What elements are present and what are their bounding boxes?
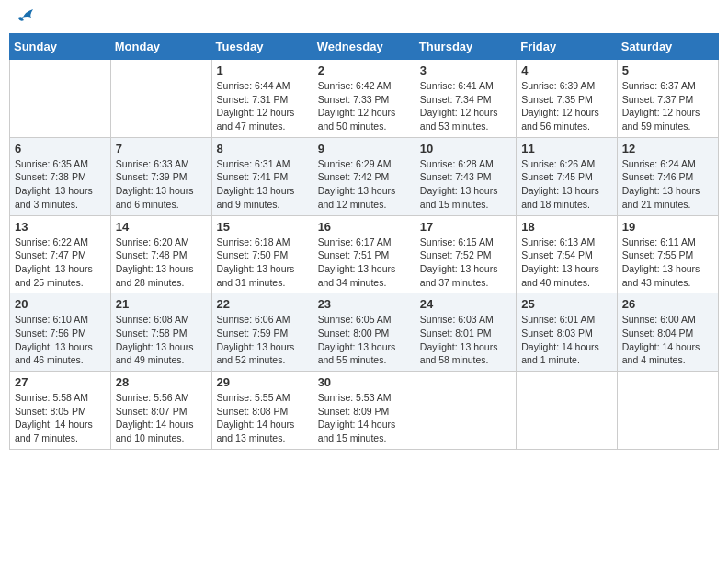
calendar-cell: 15 Sunrise: 6:18 AM Sunset: 7:50 PM Dayl… bbox=[211, 215, 313, 293]
sunrise-text: Sunrise: 6:13 AM bbox=[521, 236, 595, 247]
logo bbox=[13, 9, 35, 26]
daylight-text: Daylight: 14 hours and 13 minutes. bbox=[217, 419, 295, 443]
calendar-cell: 4 Sunrise: 6:39 AM Sunset: 7:35 PM Dayli… bbox=[517, 60, 618, 138]
day-number: 4 bbox=[521, 63, 612, 77]
sunrise-text: Sunrise: 6:37 AM bbox=[622, 80, 696, 91]
cell-details: Sunrise: 6:35 AM Sunset: 7:38 PM Dayligh… bbox=[15, 157, 106, 212]
calendar-cell: 24 Sunrise: 6:03 AM Sunset: 8:01 PM Dayl… bbox=[415, 293, 516, 372]
calendar-cell bbox=[517, 372, 618, 450]
day-number: 8 bbox=[217, 142, 308, 155]
sunset-text: Sunset: 8:03 PM bbox=[521, 327, 593, 339]
sunset-text: Sunset: 7:48 PM bbox=[116, 249, 188, 260]
daylight-text: Daylight: 13 hours and 49 minutes. bbox=[116, 341, 194, 366]
sunset-text: Sunset: 7:55 PM bbox=[622, 249, 694, 260]
calendar-cell: 7 Sunrise: 6:33 AM Sunset: 7:39 PM Dayli… bbox=[110, 137, 211, 215]
page-header bbox=[9, 9, 719, 26]
calendar-cell: 29 Sunrise: 5:55 AM Sunset: 8:08 PM Dayl… bbox=[211, 372, 313, 450]
daylight-text: Daylight: 14 hours and 1 minute. bbox=[521, 341, 599, 366]
day-number: 11 bbox=[521, 142, 612, 155]
day-number: 10 bbox=[420, 142, 511, 155]
calendar-cell: 18 Sunrise: 6:13 AM Sunset: 7:54 PM Dayl… bbox=[517, 215, 618, 293]
calendar-cell: 26 Sunrise: 6:00 AM Sunset: 8:04 PM Dayl… bbox=[617, 293, 718, 372]
calendar-week-row: 6 Sunrise: 6:35 AM Sunset: 7:38 PM Dayli… bbox=[10, 137, 719, 215]
day-number: 15 bbox=[217, 220, 308, 234]
cell-details: Sunrise: 6:28 AM Sunset: 7:43 PM Dayligh… bbox=[420, 157, 511, 212]
calendar-cell: 10 Sunrise: 6:28 AM Sunset: 7:43 PM Dayl… bbox=[415, 137, 516, 215]
sunset-text: Sunset: 7:34 PM bbox=[420, 94, 492, 105]
cell-details: Sunrise: 6:03 AM Sunset: 8:01 PM Dayligh… bbox=[420, 313, 511, 367]
day-number: 17 bbox=[420, 220, 511, 234]
sunrise-text: Sunrise: 6:39 AM bbox=[521, 80, 595, 91]
calendar-week-row: 13 Sunrise: 6:22 AM Sunset: 7:47 PM Dayl… bbox=[10, 215, 719, 293]
daylight-text: Daylight: 14 hours and 7 minutes. bbox=[15, 419, 93, 443]
cell-details: Sunrise: 6:41 AM Sunset: 7:34 PM Dayligh… bbox=[420, 79, 511, 133]
sunrise-text: Sunrise: 6:35 AM bbox=[15, 158, 88, 169]
day-number: 30 bbox=[318, 375, 410, 389]
cell-details: Sunrise: 6:37 AM Sunset: 7:37 PM Dayligh… bbox=[622, 79, 713, 133]
calendar-cell: 12 Sunrise: 6:24 AM Sunset: 7:46 PM Dayl… bbox=[617, 137, 718, 215]
day-number: 12 bbox=[622, 142, 713, 155]
daylight-text: Daylight: 13 hours and 55 minutes. bbox=[318, 341, 396, 366]
daylight-text: Daylight: 12 hours and 47 minutes. bbox=[217, 107, 295, 132]
day-number: 19 bbox=[622, 220, 713, 234]
daylight-text: Daylight: 13 hours and 28 minutes. bbox=[116, 263, 194, 288]
calendar-cell: 16 Sunrise: 6:17 AM Sunset: 7:51 PM Dayl… bbox=[313, 215, 415, 293]
sunset-text: Sunset: 7:43 PM bbox=[420, 171, 492, 182]
cell-details: Sunrise: 6:11 AM Sunset: 7:55 PM Dayligh… bbox=[622, 236, 713, 290]
sunrise-text: Sunrise: 5:55 AM bbox=[217, 392, 290, 403]
day-number: 18 bbox=[521, 220, 612, 234]
daylight-text: Daylight: 13 hours and 46 minutes. bbox=[15, 341, 93, 366]
daylight-text: Daylight: 13 hours and 6 minutes. bbox=[116, 185, 194, 210]
sunrise-text: Sunrise: 6:15 AM bbox=[420, 236, 494, 247]
cell-details: Sunrise: 6:31 AM Sunset: 7:41 PM Dayligh… bbox=[217, 157, 308, 212]
sunset-text: Sunset: 7:58 PM bbox=[116, 327, 188, 339]
sunrise-text: Sunrise: 6:00 AM bbox=[622, 314, 696, 325]
sunrise-text: Sunrise: 6:01 AM bbox=[521, 314, 595, 325]
calendar-cell bbox=[110, 60, 211, 138]
calendar-cell: 8 Sunrise: 6:31 AM Sunset: 7:41 PM Dayli… bbox=[211, 137, 313, 215]
daylight-text: Daylight: 12 hours and 53 minutes. bbox=[420, 107, 498, 132]
sunrise-text: Sunrise: 6:03 AM bbox=[420, 314, 494, 325]
day-of-week-header: Friday bbox=[517, 34, 618, 60]
calendar-cell: 9 Sunrise: 6:29 AM Sunset: 7:42 PM Dayli… bbox=[313, 137, 415, 215]
sunrise-text: Sunrise: 6:22 AM bbox=[15, 236, 88, 247]
day-number: 20 bbox=[15, 297, 106, 311]
cell-details: Sunrise: 6:33 AM Sunset: 7:39 PM Dayligh… bbox=[116, 157, 207, 212]
sunrise-text: Sunrise: 6:20 AM bbox=[116, 236, 189, 247]
cell-details: Sunrise: 6:26 AM Sunset: 7:45 PM Dayligh… bbox=[521, 157, 612, 212]
day-number: 1 bbox=[217, 63, 308, 77]
calendar-cell: 5 Sunrise: 6:37 AM Sunset: 7:37 PM Dayli… bbox=[617, 60, 718, 138]
calendar-cell: 17 Sunrise: 6:15 AM Sunset: 7:52 PM Dayl… bbox=[415, 215, 516, 293]
calendar-cell: 13 Sunrise: 6:22 AM Sunset: 7:47 PM Dayl… bbox=[10, 215, 111, 293]
sunset-text: Sunset: 7:46 PM bbox=[622, 171, 694, 182]
sunrise-text: Sunrise: 6:17 AM bbox=[318, 236, 392, 247]
sunrise-text: Sunrise: 6:18 AM bbox=[217, 236, 290, 247]
calendar-cell: 25 Sunrise: 6:01 AM Sunset: 8:03 PM Dayl… bbox=[517, 293, 618, 372]
sunrise-text: Sunrise: 6:28 AM bbox=[420, 158, 494, 169]
day-number: 29 bbox=[217, 375, 308, 389]
day-of-week-header: Monday bbox=[110, 34, 211, 60]
logo-bird-icon bbox=[15, 6, 35, 26]
sunset-text: Sunset: 7:47 PM bbox=[15, 249, 86, 260]
sunset-text: Sunset: 7:51 PM bbox=[318, 249, 390, 260]
day-number: 22 bbox=[217, 297, 308, 311]
cell-details: Sunrise: 6:24 AM Sunset: 7:46 PM Dayligh… bbox=[622, 157, 713, 212]
cell-details: Sunrise: 6:06 AM Sunset: 7:59 PM Dayligh… bbox=[217, 313, 308, 367]
daylight-text: Daylight: 13 hours and 21 minutes. bbox=[622, 185, 700, 210]
sunset-text: Sunset: 7:35 PM bbox=[521, 94, 593, 105]
day-number: 9 bbox=[318, 142, 410, 155]
sunrise-text: Sunrise: 6:24 AM bbox=[622, 158, 696, 169]
sunset-text: Sunset: 8:09 PM bbox=[318, 406, 390, 417]
calendar-cell: 3 Sunrise: 6:41 AM Sunset: 7:34 PM Dayli… bbox=[415, 60, 516, 138]
daylight-text: Daylight: 13 hours and 9 minutes. bbox=[217, 185, 295, 210]
calendar-week-row: 1 Sunrise: 6:44 AM Sunset: 7:31 PM Dayli… bbox=[10, 60, 719, 138]
sunset-text: Sunset: 7:56 PM bbox=[15, 327, 86, 339]
sunrise-text: Sunrise: 6:33 AM bbox=[116, 158, 189, 169]
day-number: 26 bbox=[622, 297, 713, 311]
sunset-text: Sunset: 8:04 PM bbox=[622, 327, 694, 339]
sunrise-text: Sunrise: 6:08 AM bbox=[116, 314, 189, 325]
day-of-week-header: Tuesday bbox=[211, 34, 313, 60]
day-of-week-header: Sunday bbox=[10, 34, 111, 60]
sunrise-text: Sunrise: 5:53 AM bbox=[318, 392, 392, 403]
calendar-cell: 21 Sunrise: 6:08 AM Sunset: 7:58 PM Dayl… bbox=[110, 293, 211, 372]
